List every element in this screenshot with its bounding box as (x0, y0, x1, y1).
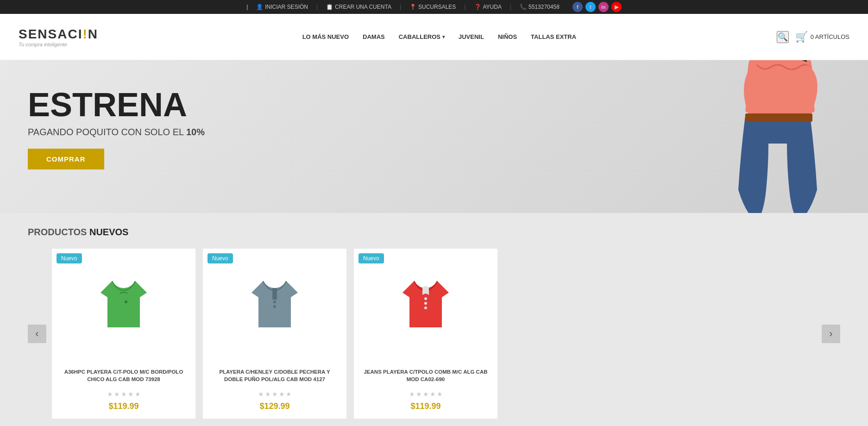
product-info-2: PLAYERA C/HENLEY C/DOBLE PECHERA Y DOBLE… (203, 360, 346, 413)
location-icon: 📍 (409, 4, 416, 10)
header: SENSACI!N Tu compra inteligente LO MÁS N… (0, 14, 868, 60)
svg-point-9 (273, 305, 276, 308)
product-name-1: A36HPC PLAYERA C/T-POLO M/C BORD/POLO CH… (58, 364, 189, 387)
nav-caballeros[interactable]: CABALLEROS ▾ (399, 33, 445, 40)
product-name-2: PLAYERA C/HENLEY C/DOBLE PECHERA Y DOBLE… (209, 364, 340, 387)
star-1-5: ★ (135, 390, 141, 398)
product-image-3 (354, 249, 497, 360)
logo: SENSACI!N Tu compra inteligente (19, 27, 102, 47)
twitter-icon[interactable]: t (585, 2, 596, 12)
product-price-1: $119.99 (58, 401, 189, 411)
hero-model-image (692, 60, 868, 213)
products-section: PRODUCTOS NUEVOS ‹ Nuevo A36HPC PLAYERA … (0, 213, 868, 426)
product-card-2: Nuevo PLAYERA C/HENLEY C/DOBLE PECHERA Y… (203, 249, 346, 419)
products-grid: Nuevo A36HPC PLAYERA C/T-POLO M/C BORD/P… (46, 249, 822, 419)
product-price-2: $129.99 (209, 401, 340, 411)
cart-count: 0 ARTÍCULOS (811, 33, 849, 40)
svg-point-11 (424, 302, 427, 305)
facebook-icon[interactable]: f (572, 2, 583, 12)
nav-juvenil[interactable]: JUVENIL (459, 33, 484, 40)
nav-damas[interactable]: DAMAS (363, 33, 385, 40)
carousel-prev-button[interactable]: ‹ (28, 325, 46, 343)
header-actions: 🔍 🛒 0 ARTÍCULOS (777, 31, 849, 43)
instagram-icon[interactable]: in (598, 2, 609, 12)
products-carousel: ‹ Nuevo A36HPC PLAYERA C/T-POLO M/C BORD… (28, 249, 840, 419)
product-stars-1: ★ ★ ★ ★ ★ (58, 390, 189, 398)
iniciar-sesion-link[interactable]: 👤 INICIAR SESIÓN (256, 4, 308, 10)
nav-ninos[interactable]: NIÑOS (498, 33, 517, 40)
star-2-2: ★ (265, 390, 271, 398)
shirt-blue-svg (238, 267, 312, 341)
hero-buy-button[interactable]: COMPRAR (28, 149, 104, 169)
star-1-4: ★ (128, 390, 134, 398)
svg-point-10 (424, 297, 427, 300)
youtube-icon[interactable]: ▶ (611, 2, 622, 12)
svg-point-7 (125, 301, 127, 303)
star-3-2: ★ (416, 390, 422, 398)
logo-text: SENSACI!N (19, 27, 98, 42)
star-1-1: ★ (107, 390, 113, 398)
star-2-1: ★ (258, 390, 264, 398)
product-name-3: JEANS PLAYERA C/TPOLO COMB M/C ALG CAB M… (360, 364, 491, 387)
ayuda-link[interactable]: ❓ AYUDA (474, 4, 502, 10)
nav-tallas-extra[interactable]: TALLAS EXTRA (531, 33, 576, 40)
svg-point-12 (424, 307, 427, 309)
hero-section: ESTRENA PAGANDO POQUITO CON SOLO EL 10% … (0, 60, 868, 213)
star-2-3: ★ (272, 390, 278, 398)
star-3-1: ★ (409, 390, 415, 398)
separator-3: | (464, 4, 465, 10)
carousel-next-button[interactable]: › (822, 325, 840, 343)
shirt-green-svg (87, 267, 161, 341)
product-price-3: $119.99 (360, 401, 491, 411)
product-badge-2: Nuevo (208, 253, 233, 263)
product-stars-3: ★ ★ ★ ★ ★ (360, 390, 491, 398)
hero-content: ESTRENA PAGANDO POQUITO CON SOLO EL 10% … (28, 88, 205, 169)
crear-cuenta-link[interactable]: 📋 CREAR UNA CUENTA (326, 4, 391, 10)
sucursales-link[interactable]: 📍 SUCURSALES (409, 4, 456, 10)
cart-icon: 🛒 (795, 31, 808, 43)
product-badge-1: Nuevo (57, 253, 82, 263)
star-3-3: ★ (423, 390, 429, 398)
separator-left: | (246, 4, 248, 10)
help-icon: ❓ (474, 4, 481, 10)
search-button[interactable]: 🔍 (777, 31, 789, 43)
star-2-5: ★ (286, 390, 292, 398)
phone-number: 📞 5513270458 (520, 4, 560, 10)
separator-2: | (400, 4, 401, 10)
product-info-1: A36HPC PLAYERA C/T-POLO M/C BORD/POLO CH… (52, 360, 195, 413)
star-3-5: ★ (437, 390, 443, 398)
product-badge-3: Nuevo (359, 253, 384, 263)
user-icon: 👤 (256, 4, 263, 10)
separator-4: | (510, 4, 511, 10)
main-nav: LO MÁS NUEVO DAMAS CABALLEROS ▾ JUVENIL … (102, 33, 777, 40)
star-2-4: ★ (279, 390, 285, 398)
product-stars-2: ★ ★ ★ ★ ★ (209, 390, 340, 398)
edit-icon: 📋 (326, 4, 333, 10)
product-image-2 (203, 249, 346, 360)
star-3-4: ★ (430, 390, 436, 398)
logo-tagline: Tu compra inteligente (19, 42, 98, 47)
product-info-3: JEANS PLAYERA C/TPOLO COMB M/C ALG CAB M… (354, 360, 497, 413)
star-1-3: ★ (121, 390, 127, 398)
social-icons: f t in ▶ (572, 2, 622, 12)
svg-rect-2 (745, 113, 812, 122)
top-bar: | 👤 INICIAR SESIÓN | 📋 CREAR UNA CUENTA … (0, 0, 868, 14)
product-card-3: Nuevo JEANS PLAYERA C/TPOLO COMB M/C ALG… (354, 249, 497, 419)
hero-title: ESTRENA (28, 88, 205, 121)
star-1-2: ★ (114, 390, 120, 398)
cart-button[interactable]: 🛒 0 ARTÍCULOS (795, 31, 849, 43)
section-title: PRODUCTOS NUEVOS (28, 227, 840, 238)
hero-subtitle: PAGANDO POQUITO CON SOLO EL 10% (28, 127, 205, 138)
product-image-1 (52, 249, 195, 360)
nav-lo-mas-nuevo[interactable]: LO MÁS NUEVO (302, 33, 349, 40)
shirt-red-svg (389, 267, 463, 341)
svg-point-8 (273, 301, 276, 303)
separator-1: | (316, 4, 318, 10)
phone-icon: 📞 (520, 4, 527, 10)
chevron-down-icon: ▾ (442, 34, 445, 39)
product-card-1: Nuevo A36HPC PLAYERA C/T-POLO M/C BORD/P… (52, 249, 195, 419)
